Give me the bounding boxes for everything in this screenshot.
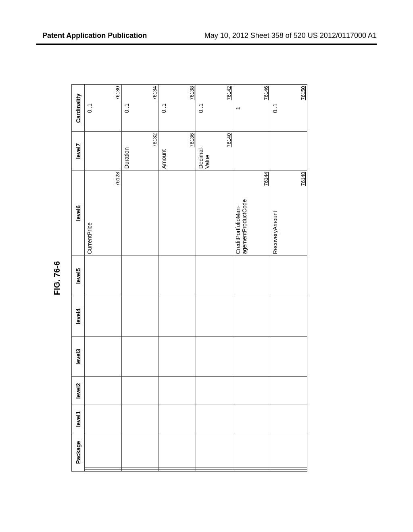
cell-level7: Amount 76136 xyxy=(159,132,196,170)
cell-level6-text: RecoveryAmount xyxy=(272,172,278,254)
cell-card-ref: 76138 xyxy=(189,86,195,100)
table-row: Decimal-Value 76140 0..1 76142 xyxy=(196,85,233,472)
col-level3: level3 xyxy=(72,337,85,377)
cell-level5 xyxy=(85,256,122,296)
cell-level2 xyxy=(122,377,159,405)
cell-level5 xyxy=(122,256,159,296)
cell-package xyxy=(159,433,196,472)
figure-label: FIG. 76-6 xyxy=(52,261,62,295)
cell-level7 xyxy=(270,132,307,170)
cell-level6-ref: 76128 xyxy=(115,172,121,186)
cell-level4 xyxy=(233,296,270,337)
cell-level2 xyxy=(159,377,196,405)
cell-card-text: 0..1 xyxy=(272,85,278,132)
cell-level6: CreditPortfolioMan-agementProductCode 76… xyxy=(233,170,270,256)
cell-level4 xyxy=(270,296,307,337)
cell-cardinality: 0..1 76134 xyxy=(122,85,159,132)
cell-level6 xyxy=(122,170,159,256)
cell-card-ref: 76146 xyxy=(263,86,269,100)
cell-card-ref: 76150 xyxy=(300,86,306,100)
cell-level3 xyxy=(159,337,196,377)
col-level1: level1 xyxy=(72,405,85,433)
table-row: CreditPortfolioMan-agementProductCode 76… xyxy=(233,85,270,472)
cell-level6-ref: 76148 xyxy=(300,172,306,186)
cell-level2 xyxy=(270,377,307,405)
page: Patent Application Publication May 10, 2… xyxy=(0,0,413,532)
cell-level7-text: Amount xyxy=(161,134,167,169)
cell-level6 xyxy=(159,170,196,256)
table-row: Duration 76132 0..1 76134 xyxy=(122,85,159,472)
cell-level1 xyxy=(159,405,196,433)
cell-package xyxy=(85,433,122,472)
cell-cardinality: 1 76146 xyxy=(233,85,270,132)
table-row: Amount 76136 0..1 76138 xyxy=(159,85,196,472)
data-table: Package level1 level2 level3 level4 leve… xyxy=(71,85,307,472)
cell-level7-text: Decimal-Value xyxy=(198,134,211,169)
cell-level4 xyxy=(159,296,196,337)
col-cardinality: Cardinality xyxy=(72,85,85,132)
cell-cardinality: 0..1 76142 xyxy=(196,85,233,132)
cell-cardinality: 0..1 76138 xyxy=(159,85,196,132)
table-row: RecoveryAmount 76148 0..1 76150 xyxy=(270,85,307,472)
cell-card-text: 0..1 xyxy=(198,85,204,132)
cell-level1 xyxy=(85,405,122,433)
cell-card-text: 0..1 xyxy=(123,85,130,132)
cell-level1 xyxy=(122,405,159,433)
cell-card-ref: 76130 xyxy=(115,86,121,100)
cell-level3 xyxy=(85,337,122,377)
table-body: CurrentPrice 76128 0..1 76130 xyxy=(85,85,307,472)
cell-level3 xyxy=(196,337,233,377)
figure-stage: FIG. 76-6 Package level1 level2 level3 l… xyxy=(52,77,359,480)
cell-level5 xyxy=(196,256,233,296)
figure-rotated: FIG. 76-6 Package level1 level2 level3 l… xyxy=(52,77,359,480)
cell-level3 xyxy=(270,337,307,377)
cell-level4 xyxy=(122,296,159,337)
cell-card-text: 1 xyxy=(235,85,241,132)
cell-level7 xyxy=(85,132,122,170)
table-header-row: Package level1 level2 level3 level4 leve… xyxy=(72,85,85,472)
page-header: Patent Application Publication May 10, 2… xyxy=(0,31,413,42)
cell-level3 xyxy=(122,337,159,377)
cell-level5 xyxy=(270,256,307,296)
cell-level1 xyxy=(196,405,233,433)
cell-level2 xyxy=(196,377,233,405)
cell-level6 xyxy=(196,170,233,256)
cell-level4 xyxy=(196,296,233,337)
cell-level2 xyxy=(85,377,122,405)
cell-level7-ref: 76136 xyxy=(189,133,195,148)
header-left: Patent Application Publication xyxy=(42,31,147,40)
cell-level4 xyxy=(85,296,122,337)
header-right: May 10, 2012 Sheet 358 of 520 US 2012/01… xyxy=(204,31,377,40)
cell-level7-ref: 76132 xyxy=(152,133,158,148)
cell-package xyxy=(196,433,233,472)
cell-package xyxy=(122,433,159,472)
col-level2: level2 xyxy=(72,377,85,405)
cell-card-ref: 76142 xyxy=(226,86,232,100)
col-level4: level4 xyxy=(72,296,85,337)
cell-level7: Decimal-Value 76140 xyxy=(196,132,233,170)
col-level5: level5 xyxy=(72,256,85,296)
cell-level5 xyxy=(159,256,196,296)
cell-level7-ref: 76140 xyxy=(226,133,232,148)
cell-level6-ref: 76144 xyxy=(263,172,269,186)
cell-level1 xyxy=(270,405,307,433)
cell-level6: CurrentPrice 76128 xyxy=(85,170,122,256)
cell-level6-text: CreditPortfolioMan-agementProductCode xyxy=(235,172,248,254)
cell-cardinality: 0..1 76150 xyxy=(270,85,307,132)
cell-card-text: 0..1 xyxy=(161,85,167,132)
header-rule xyxy=(36,44,377,45)
cell-card-ref: 76134 xyxy=(152,86,158,100)
cell-level7 xyxy=(233,132,270,170)
cell-level5 xyxy=(233,256,270,296)
cell-card-text: 0..1 xyxy=(86,85,93,132)
cell-level7-text: Duration xyxy=(123,134,130,169)
cell-level2 xyxy=(233,377,270,405)
cell-level6: RecoveryAmount 76148 xyxy=(270,170,307,256)
col-level7: level7 xyxy=(72,132,85,170)
cell-level1 xyxy=(233,405,270,433)
cell-level6-text: CurrentPrice xyxy=(86,172,93,254)
cell-level7: Duration 76132 xyxy=(122,132,159,170)
cell-package xyxy=(233,433,270,472)
cell-cardinality: 0..1 76130 xyxy=(85,85,122,132)
cell-level3 xyxy=(233,337,270,377)
